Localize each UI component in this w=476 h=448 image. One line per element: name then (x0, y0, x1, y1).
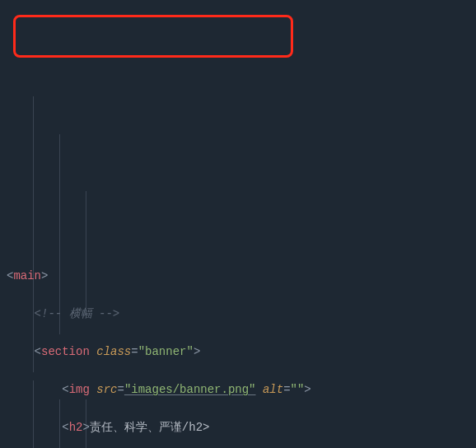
val-alt: "" (291, 383, 305, 396)
annotation-rectangle (13, 15, 293, 58)
tag-h2: h2 (69, 421, 83, 434)
comment: <!-- 横幅 --> (35, 307, 120, 320)
text-h2: 责任、科学、严谨/h2> (90, 421, 210, 434)
code-line[interactable]: <section class="banner"> (7, 343, 476, 362)
attr-src: src (96, 383, 117, 396)
code-editor[interactable]: <main> <!-- 横幅 --> <section class="banne… (0, 76, 476, 448)
val-banner: "banner" (138, 345, 194, 358)
attr-class: class (96, 345, 131, 358)
tag-img: img (69, 383, 90, 396)
code-line[interactable]: <img src="images/banner.png" alt=""> (7, 380, 476, 399)
code-line[interactable]: <h2>责任、科学、严谨/h2> (7, 418, 476, 437)
code-line[interactable]: <main> (7, 267, 476, 286)
val-src: "images/banner.png" (124, 383, 256, 396)
code-line[interactable]: <!-- 横幅 --> (7, 305, 476, 324)
attr-alt: alt (263, 383, 283, 396)
tag-main: main (13, 269, 41, 282)
tag-section: section (41, 345, 90, 358)
